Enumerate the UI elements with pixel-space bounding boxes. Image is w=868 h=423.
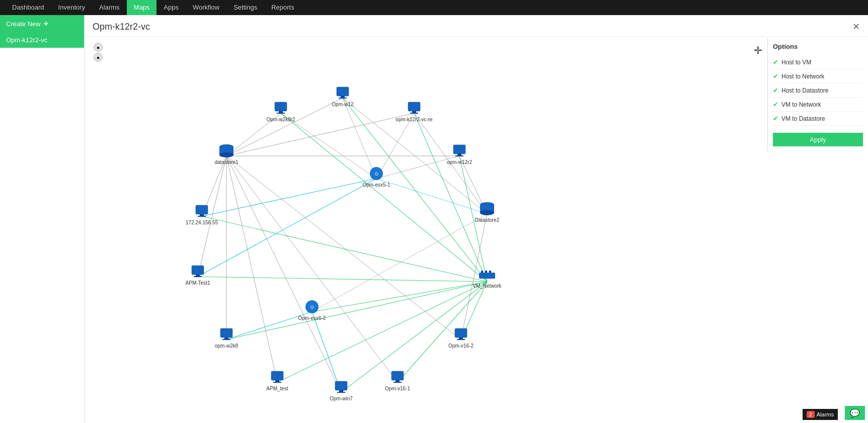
svg-rect-60 <box>192 266 204 275</box>
svg-rect-50 <box>457 154 461 155</box>
node-label-opm-w2k8: opm-w2k8 <box>215 343 239 349</box>
svg-line-26 <box>312 312 341 392</box>
node-label-apm-test: APM_test <box>266 386 288 391</box>
svg-rect-51 <box>455 155 463 156</box>
svg-rect-76 <box>275 380 279 382</box>
map-title: Opm-k12r2-vc <box>93 22 150 32</box>
svg-rect-69 <box>220 328 232 337</box>
svg-rect-42 <box>277 113 285 114</box>
svg-rect-78 <box>335 381 347 390</box>
svg-line-2 <box>226 113 414 156</box>
zoom-out-button[interactable]: ● <box>94 53 103 62</box>
sidebar: Create New + Opm-k12r2-vc <box>0 15 85 423</box>
svg-rect-82 <box>396 380 400 382</box>
zoom-in-button[interactable]: ● <box>94 43 103 52</box>
node-label-opm-win7: Opm-win7 <box>330 396 353 401</box>
create-new-button[interactable]: Create New + <box>0 15 84 32</box>
option-vm-to-network[interactable]: ✔ VM to Network <box>773 98 863 112</box>
chat-icon: 💬 <box>850 408 860 418</box>
option-host-to-datastore-label: Host to Datastore <box>781 87 828 94</box>
nav-alarms[interactable]: Alarms <box>92 0 126 15</box>
close-button[interactable]: ✕ <box>852 21 860 32</box>
nav-reports[interactable]: Reports <box>264 0 301 15</box>
nav-apps[interactable]: Apps <box>156 0 186 15</box>
top-navigation: Dashboard Inventory Alarms Maps Apps Wor… <box>0 0 868 15</box>
node-label-opm-esx6-2: Opm-esx6-2 <box>298 315 326 321</box>
svg-rect-56 <box>198 216 206 217</box>
svg-line-35 <box>376 113 414 179</box>
svg-rect-37 <box>337 87 349 96</box>
check-host-to-vm-icon: ✔ <box>773 58 778 66</box>
svg-line-13 <box>414 113 487 282</box>
svg-rect-63 <box>479 273 495 279</box>
nav-maps[interactable]: Maps <box>127 0 157 15</box>
option-host-to-network-label: Host to Network <box>781 73 824 80</box>
option-host-to-vm[interactable]: ✔ Host to VM <box>773 55 863 69</box>
svg-rect-72 <box>455 328 467 337</box>
node-label-opm-v16-2: Opm-v16-2 <box>448 343 474 349</box>
svg-rect-71 <box>222 339 230 340</box>
layout: Create New + Opm-k12r2-vc Opm-k12r2-vc ✕… <box>0 15 868 423</box>
node-label-opm-k12r2-vc-re: opm-k12r2-vc-re <box>396 117 433 122</box>
sidebar-item-map[interactable]: Opm-k12r2-vc <box>0 32 84 48</box>
chat-button[interactable]: 💬 <box>845 406 865 420</box>
svg-point-59 <box>480 210 494 215</box>
svg-rect-62 <box>194 276 202 277</box>
svg-rect-81 <box>391 371 404 380</box>
svg-rect-55 <box>200 214 204 216</box>
node-label-opm-w2k8r2: Opm-w2k8r2 <box>266 117 295 122</box>
svg-rect-70 <box>224 337 228 339</box>
apply-button[interactable]: Apply <box>773 133 863 146</box>
svg-rect-66 <box>489 271 491 273</box>
nav-settings[interactable]: Settings <box>226 0 264 15</box>
svg-rect-43 <box>408 102 420 111</box>
node-label-opm-esx5-1: Opm-esx5-1 <box>362 182 390 188</box>
svg-rect-45 <box>410 113 418 114</box>
svg-line-8 <box>226 156 341 392</box>
svg-line-16 <box>198 277 487 282</box>
svg-line-15 <box>202 216 487 282</box>
svg-text:⊙: ⊙ <box>374 171 378 177</box>
check-host-to-datastore-icon: ✔ <box>773 87 778 94</box>
nav-dashboard[interactable]: Dashboard <box>5 0 51 15</box>
options-panel: Options ✔ Host to VM ✔ Host to Network ✔… <box>767 38 868 151</box>
node-label-172-24: 172.24.156.55 <box>186 220 218 225</box>
map-title-bar: Opm-k12r2-vc ✕ <box>85 15 868 37</box>
svg-rect-75 <box>271 371 283 380</box>
svg-rect-49 <box>453 145 465 154</box>
option-host-to-network[interactable]: ✔ Host to Network <box>773 69 863 83</box>
nav-workflow[interactable]: Workflow <box>186 0 226 15</box>
alarms-label: Alarms <box>817 411 834 417</box>
plus-icon: + <box>44 19 48 28</box>
svg-line-17 <box>312 282 487 312</box>
svg-rect-61 <box>196 275 200 276</box>
svg-rect-41 <box>279 111 283 113</box>
options-title: Options <box>773 43 863 50</box>
map-controls: ● ● <box>94 43 103 62</box>
node-label-opm-w12: Opm-w12 <box>332 102 354 107</box>
map-canvas[interactable]: Opm-w12 Opm-w2k8r2 opm-k12r2-vc-re <box>85 38 779 420</box>
svg-text:⊙: ⊙ <box>310 304 314 310</box>
svg-point-48 <box>219 152 233 157</box>
node-label-apm-test1: APM-Test1 <box>186 280 210 286</box>
alarms-badge[interactable]: 2 Alarms <box>803 409 838 420</box>
node-label-vm-network: VM_Network <box>472 283 502 289</box>
svg-rect-83 <box>393 382 402 383</box>
svg-rect-44 <box>412 111 416 113</box>
svg-rect-79 <box>339 390 343 392</box>
svg-line-24 <box>198 179 376 277</box>
svg-rect-80 <box>337 392 345 393</box>
svg-rect-64 <box>481 271 483 273</box>
option-host-to-vm-label: Host to VM <box>781 59 811 66</box>
svg-line-12 <box>281 113 487 282</box>
svg-rect-40 <box>275 102 287 111</box>
option-host-to-datastore[interactable]: ✔ Host to Datastore <box>773 83 863 98</box>
alarms-count: 2 <box>807 411 815 418</box>
nav-inventory[interactable]: Inventory <box>51 0 92 15</box>
node-label-opm-v16-1: Opm-v16-1 <box>385 386 410 391</box>
node-label-datastore2: Datastore2 <box>475 217 500 223</box>
svg-line-21 <box>398 282 487 382</box>
check-host-to-network-icon: ✔ <box>773 72 778 80</box>
option-vm-to-datastore[interactable]: ✔ VM to Datastore <box>773 112 863 126</box>
option-vm-to-datastore-label: VM to Datastore <box>781 115 825 122</box>
